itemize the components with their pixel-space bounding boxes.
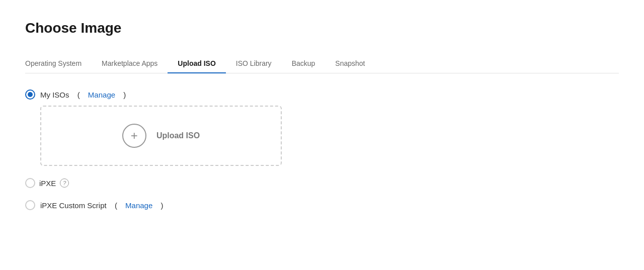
tab-navigation: Operating System Marketplace Apps Upload… xyxy=(25,54,619,73)
ipxe-custom-paren-close: ) xyxy=(160,201,163,210)
my-isos-paren-open: ( xyxy=(77,91,80,99)
ipxe-help-icon[interactable]: ? xyxy=(60,178,69,188)
tab-operating-system[interactable]: Operating System xyxy=(25,54,92,73)
my-isos-radio[interactable] xyxy=(25,89,35,100)
my-isos-label: My ISOs ( Manage ) xyxy=(40,91,126,99)
tab-iso-library[interactable]: ISO Library xyxy=(226,54,282,73)
ipxe-custom-label: iPXE Custom Script ( Manage ) xyxy=(40,201,163,210)
upload-plus-icon: + xyxy=(122,124,146,148)
ipxe-custom-radio-row[interactable]: iPXE Custom Script ( Manage ) xyxy=(25,200,619,210)
ipxe-label: iPXE xyxy=(39,179,56,188)
my-isos-radio-row[interactable]: My ISOs ( Manage ) xyxy=(25,89,619,100)
ipxe-radio[interactable] xyxy=(25,178,35,188)
tab-backup[interactable]: Backup xyxy=(282,54,326,73)
page-title: Choose Image xyxy=(25,20,619,36)
my-isos-paren-close: ) xyxy=(123,91,126,99)
ipxe-custom-manage-link[interactable]: Manage xyxy=(125,201,152,210)
upload-iso-box[interactable]: + Upload ISO xyxy=(40,106,282,166)
tab-marketplace-apps[interactable]: Marketplace Apps xyxy=(92,54,168,73)
my-isos-section: My ISOs ( Manage ) + Upload ISO xyxy=(25,89,619,166)
my-isos-manage-link[interactable]: Manage xyxy=(88,91,115,99)
ipxe-custom-radio[interactable] xyxy=(25,200,35,210)
ipxe-radio-row[interactable]: iPXE ? xyxy=(25,178,619,188)
upload-iso-label: Upload ISO xyxy=(156,131,200,140)
tab-upload-iso[interactable]: Upload ISO xyxy=(168,54,225,73)
image-options: My ISOs ( Manage ) + Upload ISO iPXE ? xyxy=(25,89,619,210)
ipxe-custom-text: iPXE Custom Script xyxy=(40,201,107,210)
my-isos-text: My ISOs xyxy=(40,91,69,99)
tab-snapshot[interactable]: Snapshot xyxy=(325,54,375,73)
ipxe-custom-paren-open: ( xyxy=(115,201,117,210)
ipxe-text: iPXE xyxy=(39,179,56,188)
